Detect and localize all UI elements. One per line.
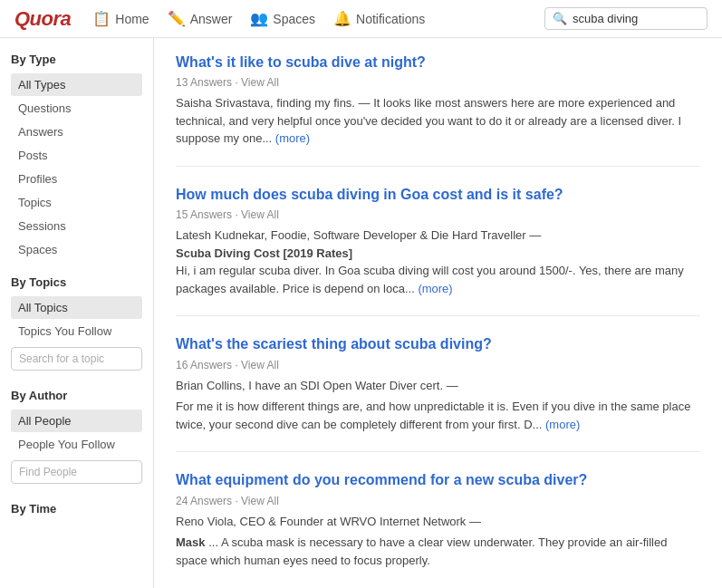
result-title[interactable]: What's the scariest thing about scuba di… xyxy=(176,334,700,354)
sidebar-item-posts[interactable]: Posts xyxy=(11,144,142,167)
spaces-icon: 👥 xyxy=(250,10,268,27)
result-snippet: Reno Viola, CEO & Founder at WRVO Intern… xyxy=(176,513,700,531)
sidebar-item-answers[interactable]: Answers xyxy=(11,120,142,143)
more-link[interactable]: (more) xyxy=(275,131,310,145)
quora-logo: Quora xyxy=(14,7,71,31)
result-text: Hi, i am regular scuba diver. In Goa scu… xyxy=(176,262,700,297)
search-icon: 🔍 xyxy=(553,12,567,25)
nav-answer[interactable]: ✏️ Answer xyxy=(168,10,233,27)
notifications-icon: 🔔 xyxy=(333,10,351,27)
search-input[interactable] xyxy=(573,12,699,25)
content-area: What's it like to scuba dive at night? 1… xyxy=(154,38,722,588)
by-time-title: By Time xyxy=(11,502,142,516)
result-title[interactable]: How much does scuba diving in Goa cost a… xyxy=(176,185,700,205)
result-title[interactable]: What's it like to scuba dive at night? xyxy=(176,53,700,72)
answer-icon: ✏️ xyxy=(168,10,186,27)
view-all-link[interactable]: View All xyxy=(241,208,279,221)
sidebar-item-people-you-follow[interactable]: People You Follow xyxy=(11,433,142,456)
result-meta: 15 Answers · View All xyxy=(176,208,700,221)
sidebar-item-questions[interactable]: Questions xyxy=(11,97,142,120)
result-bold-text: Scuba Diving Cost [2019 Rates] xyxy=(176,245,700,263)
result-meta: 13 Answers · View All xyxy=(176,76,700,89)
sidebar-item-spaces[interactable]: Spaces xyxy=(11,238,142,261)
result-item: What's it like to scuba dive at night? 1… xyxy=(176,53,700,167)
sidebar: By Type All Types Questions Answers Post… xyxy=(0,38,154,588)
result-author: Latesh Kudnekar, Foodie, Software Develo… xyxy=(176,228,526,242)
result-snippet: Latesh Kudnekar, Foodie, Software Develo… xyxy=(176,227,700,245)
result-text: For me it is how different things are, a… xyxy=(176,398,700,433)
sidebar-item-profiles[interactable]: Profiles xyxy=(11,168,142,190)
result-item: What equipment do you recommend for a ne… xyxy=(176,470,700,587)
by-topics-title: By Topics xyxy=(11,275,142,289)
view-all-link[interactable]: View All xyxy=(241,359,279,371)
by-type-title: By Type xyxy=(11,53,142,66)
result-text: Mask ... A scuba mask is necessary to ha… xyxy=(176,534,700,569)
result-bold: Scuba Diving Cost [2019 Rates] xyxy=(176,246,352,260)
nav-spaces-label: Spaces xyxy=(273,12,315,26)
sidebar-item-all-types[interactable]: All Types xyxy=(11,73,142,96)
result-answers: 24 Answers xyxy=(176,495,232,507)
sidebar-item-all-people[interactable]: All People xyxy=(11,410,142,432)
result-bold: Mask xyxy=(176,535,206,549)
search-box: 🔍 xyxy=(544,7,708,30)
result-snippet: Saisha Srivastava, finding my fins. — It… xyxy=(176,94,700,148)
header: Quora 📋 Home ✏️ Answer 👥 Spaces 🔔 Notifi… xyxy=(0,0,722,38)
nav-spaces[interactable]: 👥 Spaces xyxy=(250,10,315,27)
nav-notifications[interactable]: 🔔 Notifications xyxy=(333,10,425,27)
nav-home[interactable]: 📋 Home xyxy=(92,10,149,27)
result-author: Saisha Srivastava, finding my fins. xyxy=(176,96,355,110)
nav-home-label: Home xyxy=(115,12,149,26)
view-all-link[interactable]: View All xyxy=(241,76,279,89)
result-answers: 15 Answers xyxy=(176,208,232,221)
topic-search-input[interactable] xyxy=(11,347,142,371)
result-answers: 16 Answers xyxy=(176,359,232,371)
main-nav: 📋 Home ✏️ Answer 👥 Spaces 🔔 Notification… xyxy=(92,10,425,27)
result-snippet: Brian Collins, I have an SDI Open Water … xyxy=(176,377,700,395)
result-answers: 13 Answers xyxy=(176,76,232,89)
result-title[interactable]: What equipment do you recommend for a ne… xyxy=(176,470,700,490)
people-search-input[interactable] xyxy=(11,460,142,484)
sidebar-item-sessions[interactable]: Sessions xyxy=(11,215,142,237)
by-author-title: By Author xyxy=(11,389,142,402)
result-meta: 24 Answers · View All xyxy=(176,495,700,507)
view-all-link[interactable]: View All xyxy=(241,495,279,507)
result-item: How much does scuba diving in Goa cost a… xyxy=(176,185,700,316)
more-link[interactable]: (more) xyxy=(545,418,580,431)
nav-notifications-label: Notifications xyxy=(356,12,425,26)
sidebar-item-all-topics[interactable]: All Topics xyxy=(11,296,142,319)
result-meta: 16 Answers · View All xyxy=(176,359,700,371)
result-author: Reno Viola, CEO & Founder at WRVO Intern… xyxy=(176,515,466,528)
sidebar-item-topics-you-follow[interactable]: Topics You Follow xyxy=(11,320,142,342)
main-layout: By Type All Types Questions Answers Post… xyxy=(0,38,722,588)
nav-answer-label: Answer xyxy=(190,12,233,26)
more-link[interactable]: (more) xyxy=(418,282,452,295)
result-item: What's the scariest thing about scuba di… xyxy=(176,334,700,452)
home-icon: 📋 xyxy=(92,10,111,27)
result-author: Brian Collins, I have an SDI Open Water … xyxy=(176,379,443,392)
sidebar-item-topics[interactable]: Topics xyxy=(11,191,142,214)
